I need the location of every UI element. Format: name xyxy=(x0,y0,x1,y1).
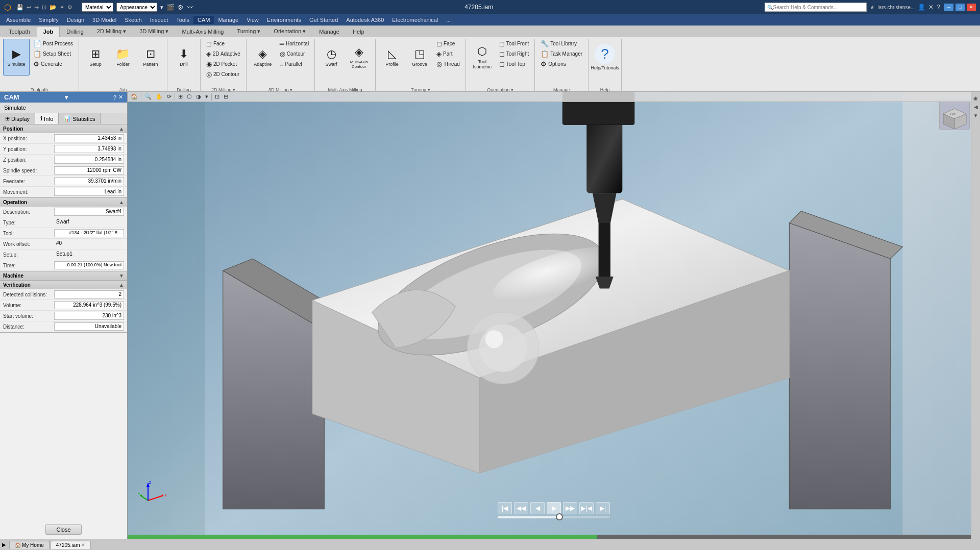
post-process-button[interactable]: 📄 Post Process xyxy=(31,39,76,48)
undo-btn[interactable]: ↩ xyxy=(26,3,32,12)
cam-help-icon[interactable]: ? xyxy=(113,94,116,101)
frame-forward-button[interactable]: ▶▶ xyxy=(563,502,577,514)
drill-button[interactable]: ⬇ Drill xyxy=(170,39,197,76)
skip-end-button[interactable]: ▶| xyxy=(596,502,610,514)
settings-gear-icon[interactable]: ⚙ xyxy=(66,3,74,12)
menu-design[interactable]: Design xyxy=(63,16,88,24)
close-window-button[interactable]: ✕ xyxy=(967,4,976,11)
tool-right-button[interactable]: ◻ Tool Right xyxy=(497,49,531,59)
pattern-button[interactable]: ⊡ Pattern xyxy=(137,39,164,76)
tool-front-button[interactable]: ◻ Tool Front xyxy=(497,39,531,48)
tab-statistics[interactable]: 📊 Statistics xyxy=(59,113,101,124)
pan-icon[interactable]: ✋ xyxy=(155,93,164,101)
parallel-button[interactable]: ≡ Parallel xyxy=(277,59,311,69)
2d-contour-button[interactable]: ◎ 2D Contour xyxy=(204,69,243,79)
tab-3dmilling[interactable]: 3D Milling ▾ xyxy=(133,26,175,37)
skip-start-button[interactable]: |◀ xyxy=(498,502,512,514)
collapse-icon[interactable]: ⊟ xyxy=(223,93,229,101)
search-bar[interactable]: 🔍 xyxy=(765,3,867,12)
orbit-icon[interactable]: ⟳ xyxy=(166,93,173,101)
adaptive-button[interactable]: ◈ Adaptive xyxy=(250,39,276,76)
vr-icon-1[interactable]: ◉ xyxy=(973,94,978,103)
misc-btn[interactable]: ✦ xyxy=(59,3,65,12)
menu-inspect[interactable]: Inspect xyxy=(146,16,172,24)
task-manager-button[interactable]: 📋 Task Manager xyxy=(538,49,585,59)
menu-cam[interactable]: CAM xyxy=(193,16,214,24)
wireframe-icon[interactable]: ⬡ xyxy=(186,93,193,101)
close-button[interactable]: Close xyxy=(45,524,81,535)
cam-close-icon[interactable]: ✕ xyxy=(118,94,123,101)
folder-button[interactable]: 📁 Folder xyxy=(110,39,136,76)
view-cube[interactable]: TOP xyxy=(939,99,970,130)
tab-close-icon[interactable]: ✕ xyxy=(81,542,85,547)
horizontal-button[interactable]: ═ Horizontal xyxy=(277,39,311,48)
tab-help[interactable]: Help xyxy=(346,26,371,37)
redo-btn[interactable]: ↪ xyxy=(33,3,40,12)
tool-isometric-button[interactable]: ⬡ Tool Isometric xyxy=(469,39,496,76)
tool-top-button[interactable]: ◻ Tool Top xyxy=(497,59,531,69)
setup-button[interactable]: ⊞ Setup xyxy=(82,39,109,76)
appearance-dropdown[interactable]: Appearance xyxy=(116,3,157,12)
tab-2dmilling[interactable]: 2D Milling ▾ xyxy=(90,26,133,37)
tab-my-home[interactable]: 🏠 My Home xyxy=(9,541,50,549)
viewport-progress-bar[interactable] xyxy=(128,535,980,539)
turning-face-button[interactable]: ◻ Face xyxy=(434,39,462,48)
swarf-button[interactable]: ◷ Swarf xyxy=(318,39,345,76)
grid-icon[interactable]: ⊞ xyxy=(177,93,184,101)
groove-button[interactable]: ◳ Groove xyxy=(406,39,433,76)
menu-get-started[interactable]: Get Started xyxy=(305,16,342,24)
tab-info[interactable]: ℹ Info xyxy=(35,113,59,124)
minimize-button[interactable]: ─ xyxy=(944,4,953,11)
slider-thumb[interactable] xyxy=(556,513,563,520)
close-icon[interactable]: ✕ xyxy=(928,4,934,11)
menu-electromechanical[interactable]: Electromechanical xyxy=(388,16,442,24)
position-section-header[interactable]: Position ▲ xyxy=(0,124,127,133)
playback-slider[interactable] xyxy=(498,516,610,518)
help-tutorials-button[interactable]: ? Help/Tutorials xyxy=(592,39,618,76)
2d-pocket-button[interactable]: ◉ 2D Pocket xyxy=(204,59,243,69)
tab-multiaxis[interactable]: Multi-Axis Milling xyxy=(176,26,231,37)
open-btn[interactable]: 📂 xyxy=(48,3,58,12)
viewport[interactable]: 🏠 🔍 ✋ ⟳ ⊞ ⬡ ◑ ▾ ⊡ ⊟ xyxy=(128,92,980,539)
menu-tools[interactable]: Tools xyxy=(172,16,193,24)
tab-display[interactable]: ⊞ Display xyxy=(0,113,35,124)
part-button[interactable]: ◈ Part xyxy=(434,49,462,59)
tb-dropdown-icon[interactable]: ▾ xyxy=(204,93,209,101)
material-dropdown[interactable]: Material xyxy=(82,3,113,12)
tool-library-button[interactable]: 🔧 Tool Library xyxy=(538,39,585,48)
shade-icon[interactable]: ◑ xyxy=(195,93,202,101)
tab-toolpath[interactable]: Toolpath xyxy=(2,26,37,37)
menu-manage[interactable]: Manage xyxy=(214,16,242,24)
contour-button[interactable]: ◎ Contour xyxy=(277,49,311,59)
expand-icon[interactable]: ⊡ xyxy=(214,93,220,101)
tab-orientation[interactable]: Orientation ▾ xyxy=(267,26,312,37)
multi-axis-contour-button[interactable]: ◈ Multi-Axis Contour xyxy=(346,39,372,76)
menu-3dmodel[interactable]: 3D Model xyxy=(88,16,120,24)
thread-button[interactable]: ◎ Thread xyxy=(434,59,462,69)
slider-track[interactable] xyxy=(498,516,610,518)
tab-47205[interactable]: 47205.iam ✕ xyxy=(51,541,91,549)
zoom-in-icon[interactable]: 🔍 xyxy=(143,93,153,101)
face-button[interactable]: ◻ Face xyxy=(204,39,243,48)
help-icon[interactable]: ? xyxy=(937,4,940,11)
vr-icon-2[interactable]: ◀ xyxy=(974,103,978,111)
2d-adaptive-button[interactable]: ◈ 2D Adaptive xyxy=(204,49,243,59)
generate-button[interactable]: ⚙ Generate xyxy=(31,59,76,69)
options-button[interactable]: ⚙ Options xyxy=(538,59,585,69)
menu-simplify[interactable]: Simplify xyxy=(35,16,63,24)
search-input[interactable] xyxy=(773,5,850,10)
menu-more[interactable]: ... xyxy=(442,16,455,24)
menu-a360[interactable]: Autodesk A360 xyxy=(342,16,388,24)
tab-manage[interactable]: Manage xyxy=(312,26,346,37)
frame-back-button[interactable]: ◀ xyxy=(530,502,545,514)
new-btn[interactable]: ⊡ xyxy=(41,3,47,12)
tab-drilling[interactable]: Drilling xyxy=(60,26,90,37)
setup-sheet-button[interactable]: 📋 Setup Sheet xyxy=(31,49,76,59)
simulate-button[interactable]: ▶ Simulate xyxy=(3,39,30,76)
step-back-button[interactable]: ◀◀ xyxy=(514,502,528,514)
verification-section-header[interactable]: Verification ▲ xyxy=(0,281,127,289)
profile-button[interactable]: ◺ Profile xyxy=(379,39,405,76)
home-icon[interactable]: 🏠 xyxy=(130,93,139,101)
vr-icon-3[interactable]: ▼ xyxy=(973,111,978,120)
operation-section-header[interactable]: Operation ▲ xyxy=(0,198,127,207)
